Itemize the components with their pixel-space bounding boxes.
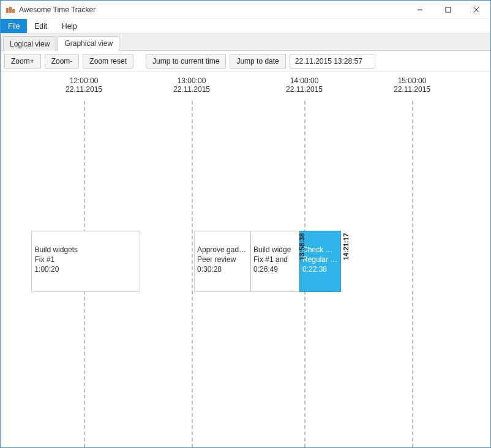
jump-date-button[interactable]: Jump to date: [230, 54, 285, 69]
tabstrip: Logical view Graphical view: [1, 34, 490, 51]
menu-edit[interactable]: Edit: [27, 19, 54, 33]
event-duration: 0:26:49: [253, 264, 296, 274]
close-button[interactable]: [462, 1, 490, 19]
time-marker: 13:58:38: [298, 233, 305, 260]
svg-rect-0: [6, 8, 9, 13]
svg-rect-4: [446, 7, 451, 12]
window-title: Awesome Time Tracker: [19, 6, 96, 14]
tick-time: 13:00:00: [173, 77, 210, 85]
timeline-event[interactable]: Build widgeFix #1 and 0:26:49: [250, 231, 299, 292]
event-duration: 0:30:28: [197, 264, 247, 274]
zoom-in-button[interactable]: Zoom+: [4, 54, 41, 69]
event-title: Check wid...: [302, 245, 338, 255]
event-subtitle: Peer review: [197, 255, 247, 264]
jump-current-button[interactable]: Jump to current time: [146, 54, 226, 69]
time-marker: 14:21:17: [342, 233, 350, 260]
tick-time: 15:00:00: [394, 77, 430, 85]
date-input[interactable]: [290, 54, 375, 69]
tick-date: 22.11.2015: [173, 85, 210, 94]
tab-logical-view[interactable]: Logical view: [3, 36, 56, 51]
timeline-event[interactable]: Approve gadgetsPeer review0:30:28: [194, 231, 250, 292]
titlebar: Awesome Time Tracker: [1, 1, 490, 19]
tick-date: 22.11.2015: [286, 85, 323, 94]
tick-label: 15:00:0022.11.2015: [394, 77, 430, 94]
tick-date: 22.11.2015: [394, 85, 430, 94]
menu-help[interactable]: Help: [54, 19, 84, 33]
event-title: Build widgets: [34, 245, 137, 255]
maximize-button[interactable]: [434, 1, 462, 19]
zoom-reset-button[interactable]: Zoom reset: [83, 54, 133, 69]
timeline-event[interactable]: Build widgetsFix #11:00:20: [31, 231, 140, 292]
tick-label: 14:00:0022.11.2015: [286, 77, 323, 94]
tick-label: 12:00:0022.11.2015: [66, 77, 102, 94]
tick-time: 12:00:00: [66, 77, 102, 85]
zoom-out-button[interactable]: Zoom-: [45, 54, 80, 69]
toolbar: Zoom+ Zoom- Zoom reset Jump to current t…: [1, 51, 490, 72]
event-subtitle: Fix #1: [34, 255, 137, 264]
event-subtitle: Fix #1 and: [253, 255, 296, 264]
tick-time: 14:00:00: [286, 77, 323, 85]
event-subtitle: Regular ch...: [302, 255, 338, 264]
tick-date: 22.11.2015: [66, 85, 102, 94]
event-duration: 0:22:38: [302, 264, 338, 274]
menu-file[interactable]: File: [1, 19, 27, 33]
minimize-button[interactable]: [406, 1, 434, 19]
svg-rect-2: [12, 9, 15, 13]
event-title: Build widge: [253, 245, 296, 255]
menubar: File Edit Help: [1, 19, 490, 34]
event-title: Approve gadgets: [197, 245, 247, 255]
app-icon: [6, 5, 15, 15]
tab-graphical-view[interactable]: Graphical view: [58, 36, 119, 51]
svg-rect-1: [9, 7, 12, 13]
timeline-event[interactable]: Check wid...Regular ch...0:22:38: [299, 231, 341, 292]
event-duration: 1:00:20: [34, 264, 137, 274]
tick-label: 13:00:0022.11.2015: [173, 77, 210, 94]
timeline-area[interactable]: 12:00:0022.11.201513:00:0022.11.201514:0…: [1, 72, 490, 447]
